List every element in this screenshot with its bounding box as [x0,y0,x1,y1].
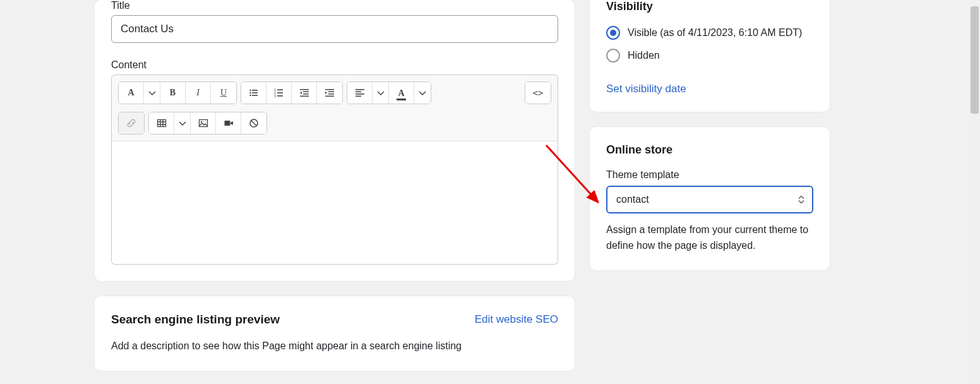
svg-rect-13 [303,92,309,93]
content-editor[interactable] [111,141,558,265]
bold-button[interactable]: B [160,82,186,104]
chevron-down-icon [177,118,188,128]
content-label: Content [111,59,558,71]
svg-text:3: 3 [274,94,276,98]
seo-heading: Search engine listing preview [111,313,280,327]
svg-rect-7 [277,90,283,91]
indent-icon [325,88,335,98]
svg-rect-1 [252,90,258,91]
svg-point-0 [249,90,251,91]
theme-template-select[interactable]: contact [606,186,813,213]
theme-template-label: Theme template [606,169,813,181]
link-icon [126,118,136,128]
svg-rect-15 [300,96,309,97]
svg-rect-14 [303,93,309,95]
svg-rect-24 [157,120,165,127]
chevron-down-icon [147,88,157,98]
page-editor-card: Title Content A B I U [95,0,575,281]
svg-rect-31 [224,121,230,126]
clear-format-button[interactable] [241,112,266,134]
chevron-down-icon [417,88,427,98]
radio-unselected-icon [606,49,620,63]
vertical-scrollbar[interactable] [969,0,980,384]
image-button[interactable] [191,112,216,134]
text-color-dropdown[interactable] [414,82,431,104]
svg-rect-20 [356,89,364,90]
svg-rect-29 [199,120,207,127]
title-label: Title [111,0,558,11]
clear-format-icon [249,118,259,128]
insert-group [148,112,267,135]
theme-template-value: contact [616,194,649,205]
bullet-list-button[interactable] [241,82,266,104]
align-color-group: A [347,81,431,104]
online-store-heading: Online store [606,143,813,157]
svg-point-30 [200,121,202,123]
seo-preview-card: Search engine listing preview Edit websi… [95,296,575,371]
svg-point-4 [249,95,251,96]
svg-rect-9 [277,92,283,93]
theme-template-help: Assign a template from your current them… [606,222,813,254]
outdent-button[interactable] [292,82,317,104]
font-format-button[interactable]: A [119,82,144,104]
video-icon [224,118,234,128]
edit-seo-link[interactable]: Edit website SEO [475,313,558,326]
visibility-hidden-label: Hidden [628,50,660,61]
image-icon [198,118,208,128]
svg-rect-22 [356,93,364,95]
indent-button[interactable] [317,82,342,104]
visibility-card: Visibility Visible (as of 4/11/2023, 6:1… [590,0,830,112]
bullet-list-icon [249,88,259,98]
underline-button[interactable]: U [211,82,236,104]
svg-rect-23 [356,96,361,97]
svg-rect-17 [328,92,334,93]
font-style-group: A B I U [118,81,237,104]
align-dropdown[interactable] [373,82,389,104]
html-view-group: <> [525,81,551,104]
svg-line-33 [251,121,256,126]
svg-point-2 [249,92,251,93]
chevron-down-icon [376,88,386,98]
list-group: 123 [241,81,343,104]
text-color-button[interactable]: A [389,82,414,104]
numbered-list-icon: 123 [274,88,284,98]
seo-description-placeholder: Add a description to see how this Page m… [111,340,558,352]
scrollbar-thumb[interactable] [971,6,979,114]
align-button[interactable] [347,82,373,104]
outdent-icon [299,88,309,98]
svg-rect-12 [300,89,309,90]
visibility-visible-label: Visible (as of 4/11/2023, 6:10 AM EDT) [628,27,802,39]
font-format-dropdown[interactable] [144,82,160,104]
visibility-visible-radio[interactable]: Visible (as of 4/11/2023, 6:10 AM EDT) [606,26,813,40]
svg-rect-5 [252,95,258,96]
rich-text-toolbar: A B I U [111,75,558,141]
svg-rect-21 [356,92,361,93]
visibility-heading: Visibility [606,0,813,13]
numbered-list-button[interactable]: 123 [266,82,292,104]
svg-rect-18 [328,93,334,95]
color-underline-icon [397,99,405,100]
svg-rect-16 [325,89,334,90]
title-input[interactable] [111,15,558,43]
table-button[interactable] [149,112,174,134]
online-store-card: Online store Theme template contact Assi… [590,127,830,270]
table-dropdown[interactable] [174,112,191,134]
link-button[interactable] [119,112,144,134]
svg-rect-11 [277,95,283,97]
link-group [118,112,145,135]
select-arrows-icon [798,196,804,204]
video-button[interactable] [216,112,241,134]
svg-rect-19 [325,96,334,97]
align-left-icon [355,88,365,98]
table-icon [157,118,167,128]
visibility-hidden-radio[interactable]: Hidden [606,49,813,63]
svg-rect-3 [252,92,258,93]
italic-button[interactable]: I [186,82,211,104]
set-visibility-date-link[interactable]: Set visibility date [606,83,686,95]
html-view-button[interactable]: <> [525,82,551,104]
radio-selected-icon [606,26,620,40]
